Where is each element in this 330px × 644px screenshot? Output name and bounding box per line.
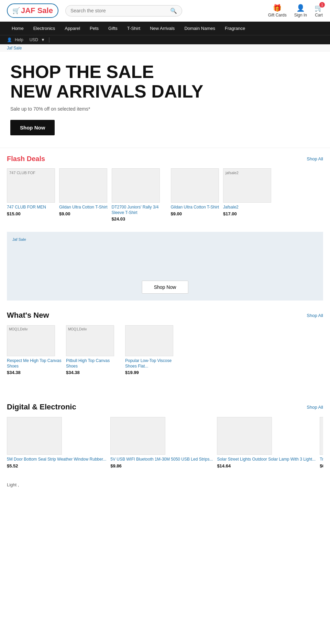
flash-deal-price-2: $24.03 bbox=[112, 216, 167, 222]
digital-card-1[interactable]: 5V USB WIFI Bluetooth 1M-30M 5050 USB Le… bbox=[110, 417, 213, 468]
flash-deal-card-3[interactable]: Gildan Ultra Cotton T-Shirt $9.00 bbox=[171, 168, 219, 222]
whats-new-name-1: Pitbull High Top Canvas Shoes bbox=[66, 358, 121, 369]
header: 🛒 JAF Sale 🔍 🎁 Gift Cards 👤 Sign In 🛒 1 … bbox=[0, 0, 330, 22]
logo[interactable]: 🛒 JAF Sale bbox=[7, 3, 58, 18]
digital-price-3: $6.06 bbox=[320, 463, 323, 468]
flash-deal-card-4[interactable]: jafsale2 Jafsale2 $17.00 bbox=[223, 168, 271, 222]
search-bar[interactable]: 🔍 bbox=[65, 5, 182, 16]
user-icon-small: 👤 bbox=[7, 37, 12, 42]
mid-banner: Jaf Sale Shop Now bbox=[7, 232, 323, 301]
hero-subtitle: Sale up to 70% off on selected items* bbox=[10, 106, 320, 112]
digital-card-3[interactable]: Tripod For Camera Mini Flexible Octopus … bbox=[320, 417, 323, 468]
digital-price-2: $14.64 bbox=[217, 463, 316, 468]
digital-name-2: Solar Street Lights Outdoor Solar Lamp W… bbox=[217, 457, 316, 462]
digital-img-0 bbox=[7, 417, 62, 455]
nav-new-arrivals[interactable]: New Arrivals bbox=[145, 22, 179, 35]
flash-deal-name-4: Jafsale2 bbox=[223, 205, 271, 210]
whats-new-price-0: $34.38 bbox=[7, 370, 62, 375]
whats-new-grid: MOQ1,Deliv Respect Me High Top Canvas Sh… bbox=[7, 325, 323, 375]
whats-new-img-2 bbox=[125, 325, 173, 356]
whats-new-name-0: Respect Me High Top Canvas Shoes bbox=[7, 358, 62, 369]
breadcrumb: Jaf Sale bbox=[0, 44, 330, 52]
nav-gifts[interactable]: Gifts bbox=[103, 22, 122, 35]
user-icon: 👤 bbox=[296, 4, 305, 12]
digital-electronic-grid: 5M Door Bottom Seal Strip Weather Window… bbox=[7, 417, 323, 468]
digital-price-0: $5.52 bbox=[7, 463, 106, 468]
hero-banner: SHOP THE SALE NEW ARRIVALS DAILY Sale up… bbox=[0, 52, 330, 148]
divider: | bbox=[48, 37, 50, 43]
footer-light-area: Light , bbox=[0, 475, 330, 494]
flash-deal-card-1[interactable]: Gildan Ultra Cotton T-Shirt $9.00 bbox=[59, 168, 108, 222]
nav-fragrance[interactable]: Fragrance bbox=[220, 22, 250, 35]
search-icon: 🔍 bbox=[170, 8, 177, 14]
search-input[interactable] bbox=[70, 8, 170, 13]
gift-icon: 🎁 bbox=[273, 4, 282, 12]
nav-pets[interactable]: Pets bbox=[85, 22, 103, 35]
breadcrumb-label[interactable]: Jaf Sale bbox=[7, 46, 22, 50]
sub-bar-left: 👤 Help USD ▼ bbox=[7, 37, 45, 42]
currency-label[interactable]: USD bbox=[30, 37, 38, 42]
digital-electronic-shop-all[interactable]: Shop All bbox=[307, 405, 323, 410]
whats-new-price-1: $34.38 bbox=[66, 370, 121, 375]
digital-name-0: 5M Door Bottom Seal Strip Weather Window… bbox=[7, 457, 106, 462]
digital-img-2 bbox=[217, 417, 272, 455]
footer-light-label: Light , bbox=[7, 482, 19, 487]
flash-deal-price-0: $15.00 bbox=[7, 211, 55, 216]
cart-link[interactable]: 🛒 1 Cart bbox=[315, 4, 323, 18]
currency-icon: ▼ bbox=[41, 37, 45, 42]
whats-new-card-1[interactable]: MOQ1,Deliv Pitbull High Top Canvas Shoes… bbox=[66, 325, 121, 375]
digital-card-2[interactable]: Solar Street Lights Outdoor Solar Lamp W… bbox=[217, 417, 316, 468]
nav-apparel[interactable]: Apparel bbox=[60, 22, 85, 35]
flash-deal-card-0[interactable]: 747 CLUB FOF 747 CLUB FOR MEN $15.00 bbox=[7, 168, 55, 222]
hero-title-line1: SHOP THE SALE bbox=[10, 62, 320, 82]
whats-new-img-1: MOQ1,Deliv bbox=[66, 325, 114, 356]
nav-home[interactable]: Home bbox=[7, 22, 29, 35]
header-actions: 🎁 Gift Cards 👤 Sign In 🛒 1 Cart bbox=[268, 4, 323, 18]
digital-price-1: $9.86 bbox=[110, 463, 213, 468]
logo-jaf: JAF bbox=[21, 6, 35, 15]
digital-name-3: Tripod For Camera Mini Flexible Octopus … bbox=[320, 457, 323, 462]
flash-deal-name-0: 747 CLUB FOR MEN bbox=[7, 205, 55, 210]
flash-deal-name-2: DT2700 Juniors' Rally 3/4 Sleeve T-Shirt bbox=[112, 205, 167, 215]
nav-bar: Home Electronics Apparel Pets Gifts T-Sh… bbox=[0, 22, 330, 35]
flash-deal-img-4: jafsale2 bbox=[223, 168, 271, 203]
whats-new-title: What's New bbox=[7, 311, 49, 320]
digital-electronic-title: Digital & Electronic bbox=[7, 403, 76, 411]
flash-deal-price-3: $9.00 bbox=[171, 211, 219, 216]
digital-electronic-section: Digital & Electronic Shop All 5M Door Bo… bbox=[0, 396, 330, 475]
nav-tshirt[interactable]: T-Shirt bbox=[122, 22, 145, 35]
nav-electronics[interactable]: Electronics bbox=[29, 22, 60, 35]
cart-logo-icon: 🛒 bbox=[12, 7, 20, 14]
sign-in-link[interactable]: 👤 Sign In bbox=[294, 4, 307, 18]
flash-deal-name-1: Gildan Ultra Cotton T-Shirt bbox=[59, 205, 108, 210]
digital-name-1: 5V USB WIFI Bluetooth 1M-30M 5050 USB Le… bbox=[110, 457, 213, 462]
flash-deal-price-1: $9.00 bbox=[59, 211, 108, 216]
mid-banner-shop-now-button[interactable]: Shop Now bbox=[142, 281, 188, 294]
flash-deal-img-3 bbox=[171, 168, 219, 203]
digital-card-0[interactable]: 5M Door Bottom Seal Strip Weather Window… bbox=[7, 417, 106, 468]
whats-new-card-0[interactable]: MOQ1,Deliv Respect Me High Top Canvas Sh… bbox=[7, 325, 62, 375]
flash-deal-img-2 bbox=[112, 168, 160, 203]
flash-deal-card-2[interactable]: DT2700 Juniors' Rally 3/4 Sleeve T-Shirt… bbox=[112, 168, 167, 222]
gift-cards-link[interactable]: 🎁 Gift Cards bbox=[268, 4, 287, 18]
help-label[interactable]: Help bbox=[15, 37, 23, 42]
whats-new-img-0: MOQ1,Deliv bbox=[7, 325, 55, 356]
cart-badge: 1 bbox=[319, 2, 325, 8]
digital-img-3 bbox=[320, 417, 323, 455]
flash-deals-shop-all[interactable]: Shop All bbox=[307, 156, 323, 161]
whats-new-card-2[interactable]: Popular Low-Top Viscose Shoes Flat... $1… bbox=[125, 325, 180, 375]
flash-deal-img-1 bbox=[59, 168, 107, 203]
nav-domain-names[interactable]: Domain Names bbox=[179, 22, 220, 35]
cart-label: Cart bbox=[315, 13, 323, 18]
flash-deal-img-0: 747 CLUB FOF bbox=[7, 168, 55, 203]
whats-new-shop-all[interactable]: Shop All bbox=[307, 313, 323, 318]
logo-text: JAF Sale bbox=[21, 6, 53, 15]
gift-cards-label: Gift Cards bbox=[268, 13, 287, 18]
whats-new-price-2: $19.99 bbox=[125, 370, 180, 375]
logo-sale: Sale bbox=[37, 6, 53, 15]
digital-img-1 bbox=[110, 417, 165, 455]
flash-deals-header: Flash Deals Shop All bbox=[7, 155, 323, 163]
sign-in-label: Sign In bbox=[294, 13, 307, 18]
hero-shop-now-button[interactable]: Shop Now bbox=[10, 120, 55, 135]
flash-deal-name-3: Gildan Ultra Cotton T-Shirt bbox=[171, 205, 219, 210]
